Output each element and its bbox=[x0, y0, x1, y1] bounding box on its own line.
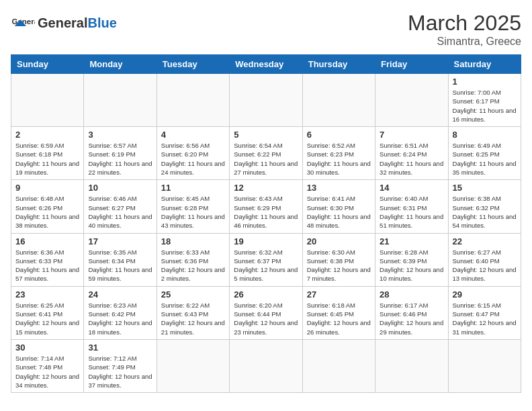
logo: General GeneralBlue bbox=[11, 11, 117, 35]
day-info: Sunrise: 6:57 AM Sunset: 6:19 PM Dayligh… bbox=[88, 141, 152, 177]
day-info: Sunrise: 6:27 AM Sunset: 6:40 PM Dayligh… bbox=[453, 248, 517, 283]
calendar-day-cell bbox=[84, 74, 157, 127]
day-info: Sunrise: 6:38 AM Sunset: 6:32 PM Dayligh… bbox=[453, 194, 517, 230]
day-info: Sunrise: 6:49 AM Sunset: 6:25 PM Dayligh… bbox=[453, 141, 517, 177]
calendar-day-cell: 5Sunrise: 6:54 AM Sunset: 6:22 PM Daylig… bbox=[230, 127, 302, 180]
calendar-day-cell: 9Sunrise: 6:48 AM Sunset: 6:26 PM Daylig… bbox=[11, 180, 84, 233]
day-number: 27 bbox=[307, 289, 371, 300]
day-info: Sunrise: 6:36 AM Sunset: 6:33 PM Dayligh… bbox=[15, 248, 79, 283]
day-info: Sunrise: 6:46 AM Sunset: 6:27 PM Dayligh… bbox=[88, 194, 152, 230]
day-info: Sunrise: 6:35 AM Sunset: 6:34 PM Dayligh… bbox=[88, 248, 152, 283]
day-info: Sunrise: 6:17 AM Sunset: 6:46 PM Dayligh… bbox=[380, 301, 443, 336]
calendar-week-row: 2Sunrise: 6:59 AM Sunset: 6:18 PM Daylig… bbox=[11, 127, 521, 180]
weekday-header-thursday: Thursday bbox=[302, 55, 375, 74]
calendar-day-cell: 22Sunrise: 6:27 AM Sunset: 6:40 PM Dayli… bbox=[448, 233, 521, 286]
day-number: 19 bbox=[234, 236, 298, 246]
calendar-day-cell bbox=[375, 339, 448, 392]
day-number: 24 bbox=[88, 289, 152, 300]
day-info: Sunrise: 6:20 AM Sunset: 6:44 PM Dayligh… bbox=[234, 301, 298, 336]
calendar-day-cell bbox=[375, 74, 448, 127]
calendar-day-cell bbox=[11, 74, 84, 127]
calendar-day-cell bbox=[302, 339, 375, 392]
calendar-day-cell: 2Sunrise: 6:59 AM Sunset: 6:18 PM Daylig… bbox=[11, 127, 84, 180]
day-number: 14 bbox=[380, 183, 443, 193]
calendar-day-cell: 4Sunrise: 6:56 AM Sunset: 6:20 PM Daylig… bbox=[157, 127, 229, 180]
day-info: Sunrise: 6:48 AM Sunset: 6:26 PM Dayligh… bbox=[15, 194, 79, 230]
calendar-week-row: 1Sunrise: 7:00 AM Sunset: 6:17 PM Daylig… bbox=[11, 74, 521, 127]
calendar-day-cell: 1Sunrise: 7:00 AM Sunset: 6:17 PM Daylig… bbox=[448, 74, 521, 127]
calendar-day-cell: 11Sunrise: 6:45 AM Sunset: 6:28 PM Dayli… bbox=[157, 180, 229, 233]
calendar-day-cell: 3Sunrise: 6:57 AM Sunset: 6:19 PM Daylig… bbox=[84, 127, 157, 180]
day-number: 17 bbox=[88, 236, 152, 246]
day-info: Sunrise: 6:22 AM Sunset: 6:43 PM Dayligh… bbox=[161, 301, 225, 336]
calendar-day-cell: 26Sunrise: 6:20 AM Sunset: 6:44 PM Dayli… bbox=[230, 286, 302, 339]
calendar-day-cell: 24Sunrise: 6:23 AM Sunset: 6:42 PM Dayli… bbox=[84, 286, 157, 339]
day-info: Sunrise: 6:56 AM Sunset: 6:20 PM Dayligh… bbox=[161, 141, 225, 177]
day-info: Sunrise: 7:14 AM Sunset: 7:48 PM Dayligh… bbox=[15, 354, 79, 390]
calendar-day-cell: 28Sunrise: 6:17 AM Sunset: 6:46 PM Dayli… bbox=[375, 286, 448, 339]
calendar-day-cell: 30Sunrise: 7:14 AM Sunset: 7:48 PM Dayli… bbox=[11, 339, 84, 392]
day-number: 31 bbox=[88, 342, 152, 353]
day-info: Sunrise: 6:23 AM Sunset: 6:42 PM Dayligh… bbox=[88, 301, 152, 336]
day-info: Sunrise: 6:15 AM Sunset: 6:47 PM Dayligh… bbox=[453, 301, 517, 336]
calendar-day-cell: 21Sunrise: 6:28 AM Sunset: 6:39 PM Dayli… bbox=[375, 233, 448, 286]
day-number: 12 bbox=[234, 183, 298, 193]
day-number: 25 bbox=[161, 289, 225, 300]
day-number: 23 bbox=[15, 289, 79, 300]
day-number: 8 bbox=[453, 130, 517, 140]
calendar-day-cell bbox=[230, 339, 302, 392]
day-number: 30 bbox=[15, 342, 79, 353]
day-number: 22 bbox=[453, 236, 517, 246]
weekday-header-row: SundayMondayTuesdayWednesdayThursdayFrid… bbox=[11, 55, 521, 74]
calendar-day-cell bbox=[230, 74, 302, 127]
calendar-day-cell: 12Sunrise: 6:43 AM Sunset: 6:29 PM Dayli… bbox=[230, 180, 302, 233]
logo-icon: General bbox=[11, 11, 35, 35]
calendar-subtitle: Simantra, Greece bbox=[408, 36, 521, 48]
day-info: Sunrise: 6:59 AM Sunset: 6:18 PM Dayligh… bbox=[15, 141, 79, 177]
calendar-day-cell: 14Sunrise: 6:40 AM Sunset: 6:31 PM Dayli… bbox=[375, 180, 448, 233]
svg-rect-2 bbox=[19, 22, 24, 26]
day-number: 7 bbox=[380, 130, 443, 140]
day-number: 5 bbox=[234, 130, 298, 140]
day-info: Sunrise: 6:40 AM Sunset: 6:31 PM Dayligh… bbox=[380, 194, 443, 230]
calendar-day-cell: 23Sunrise: 6:25 AM Sunset: 6:41 PM Dayli… bbox=[11, 286, 84, 339]
day-info: Sunrise: 6:41 AM Sunset: 6:30 PM Dayligh… bbox=[307, 194, 371, 230]
calendar-title: March 2025 bbox=[408, 11, 521, 36]
calendar-day-cell bbox=[157, 339, 229, 392]
weekday-header-saturday: Saturday bbox=[448, 55, 521, 74]
calendar-day-cell: 20Sunrise: 6:30 AM Sunset: 6:38 PM Dayli… bbox=[302, 233, 375, 286]
day-number: 16 bbox=[15, 236, 79, 246]
calendar-day-cell bbox=[302, 74, 375, 127]
calendar-day-cell: 7Sunrise: 6:51 AM Sunset: 6:24 PM Daylig… bbox=[375, 127, 448, 180]
calendar-day-cell: 31Sunrise: 7:12 AM Sunset: 7:49 PM Dayli… bbox=[84, 339, 157, 392]
day-number: 4 bbox=[161, 130, 225, 140]
day-number: 11 bbox=[161, 183, 225, 193]
calendar-day-cell: 15Sunrise: 6:38 AM Sunset: 6:32 PM Dayli… bbox=[448, 180, 521, 233]
day-info: Sunrise: 6:32 AM Sunset: 6:37 PM Dayligh… bbox=[234, 248, 298, 283]
day-info: Sunrise: 6:51 AM Sunset: 6:24 PM Dayligh… bbox=[380, 141, 443, 177]
weekday-header-wednesday: Wednesday bbox=[230, 55, 302, 74]
day-info: Sunrise: 6:45 AM Sunset: 6:28 PM Dayligh… bbox=[161, 194, 225, 230]
day-number: 29 bbox=[453, 289, 517, 300]
day-number: 13 bbox=[307, 183, 371, 193]
calendar-day-cell: 13Sunrise: 6:41 AM Sunset: 6:30 PM Dayli… bbox=[302, 180, 375, 233]
day-number: 20 bbox=[307, 236, 371, 246]
calendar-day-cell: 27Sunrise: 6:18 AM Sunset: 6:45 PM Dayli… bbox=[302, 286, 375, 339]
calendar-day-cell: 17Sunrise: 6:35 AM Sunset: 6:34 PM Dayli… bbox=[84, 233, 157, 286]
calendar-day-cell bbox=[157, 74, 229, 127]
calendar-week-row: 30Sunrise: 7:14 AM Sunset: 7:48 PM Dayli… bbox=[11, 339, 521, 392]
calendar-day-cell: 29Sunrise: 6:15 AM Sunset: 6:47 PM Dayli… bbox=[448, 286, 521, 339]
day-number: 10 bbox=[88, 183, 152, 193]
calendar-day-cell: 10Sunrise: 6:46 AM Sunset: 6:27 PM Dayli… bbox=[84, 180, 157, 233]
day-number: 28 bbox=[380, 289, 443, 300]
day-info: Sunrise: 6:30 AM Sunset: 6:38 PM Dayligh… bbox=[307, 248, 371, 283]
calendar-day-cell: 19Sunrise: 6:32 AM Sunset: 6:37 PM Dayli… bbox=[230, 233, 302, 286]
day-info: Sunrise: 6:28 AM Sunset: 6:39 PM Dayligh… bbox=[380, 248, 443, 283]
calendar-day-cell: 18Sunrise: 6:33 AM Sunset: 6:36 PM Dayli… bbox=[157, 233, 229, 286]
day-info: Sunrise: 7:12 AM Sunset: 7:49 PM Dayligh… bbox=[88, 354, 152, 390]
day-number: 6 bbox=[307, 130, 371, 140]
weekday-header-sunday: Sunday bbox=[11, 55, 84, 74]
calendar-week-row: 16Sunrise: 6:36 AM Sunset: 6:33 PM Dayli… bbox=[11, 233, 521, 286]
day-info: Sunrise: 6:18 AM Sunset: 6:45 PM Dayligh… bbox=[307, 301, 371, 336]
day-number: 2 bbox=[15, 130, 79, 140]
